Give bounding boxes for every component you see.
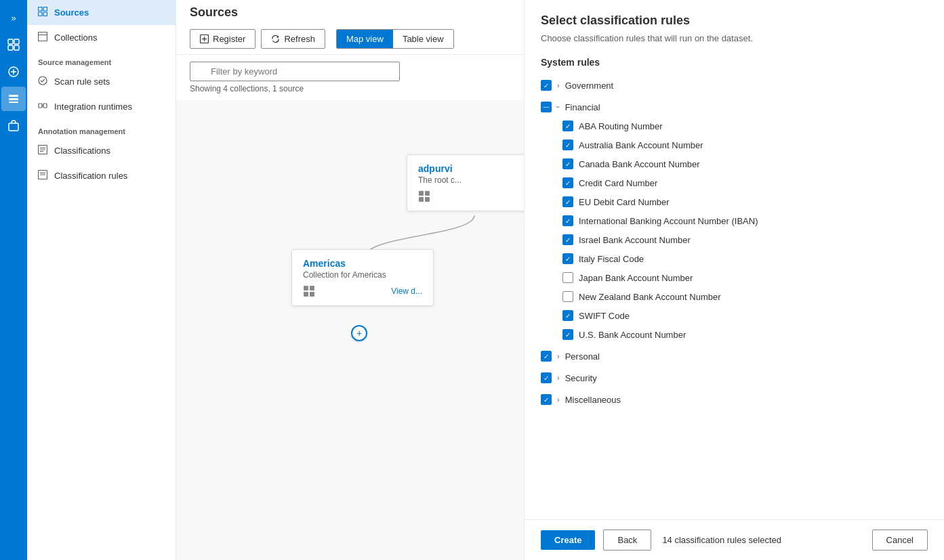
rule-label-miscellaneous: Miscellaneous	[565, 395, 621, 405]
checkbox-australia[interactable]	[562, 139, 573, 150]
catalog-rail-icon[interactable]	[1, 60, 26, 84]
rule-group-header-government[interactable]: › Government	[541, 76, 928, 95]
sidebar-item-sources[interactable]: Sources	[27, 0, 176, 25]
checkbox-financial[interactable]	[541, 102, 552, 112]
grid-icon	[418, 190, 430, 202]
main-content: Sources Register Refresh Map view Table …	[176, 0, 524, 560]
briefcase-rail-icon[interactable]	[1, 114, 26, 138]
back-button[interactable]: Back	[603, 530, 651, 551]
sidebar-item-integration-runtimes[interactable]: Integration runtimes	[27, 94, 176, 119]
create-button[interactable]: Create	[541, 530, 595, 550]
rule-group-header-miscellaneous[interactable]: › Miscellaneous	[541, 390, 928, 409]
checkbox-aba[interactable]	[562, 121, 573, 131]
sidebar-item-classification-rules[interactable]: Classification rules	[27, 163, 176, 188]
svg-rect-19	[43, 104, 47, 108]
checkbox-italy[interactable]	[562, 253, 573, 264]
rule-item-eu-debit: EU Debit Card Number	[541, 192, 928, 211]
checkbox-canada[interactable]	[562, 158, 573, 169]
sidebar-collections-label: Collections	[54, 33, 98, 43]
sources-rail-icon[interactable]	[1, 33, 26, 57]
expand-icon[interactable]: »	[1, 5, 26, 30]
chevron-financial: ›	[554, 106, 562, 108]
sidebar-integration-label: Integration runtimes	[54, 102, 132, 112]
rule-item-us-bank: U.S. Bank Account Number	[541, 325, 928, 344]
rule-item-canada: Canada Bank Account Number	[541, 154, 928, 173]
svg-rect-9	[9, 102, 18, 103]
checkbox-japan[interactable]	[562, 272, 573, 283]
sidebar-sources-label: Sources	[54, 7, 89, 18]
svg-rect-10	[9, 123, 18, 131]
add-collection-button[interactable]: +	[351, 325, 367, 341]
label-credit-card: Credit Card Number	[579, 178, 657, 188]
system-rules-title: System rules	[541, 57, 928, 68]
filter-bar: ⊿ Showing 4 collections, 1 source	[176, 55, 524, 100]
checkbox-nz[interactable]	[562, 291, 573, 302]
rule-group-government: › Government	[541, 76, 928, 95]
refresh-button[interactable]: Refresh	[261, 29, 325, 49]
svg-rect-7	[9, 95, 18, 97]
rule-item-iban: International Banking Account Number (IB…	[541, 211, 928, 230]
label-aba: ABA Routing Number	[579, 121, 663, 131]
card-title-adpurvi: adpurvi	[418, 163, 524, 174]
rule-group-header-financial[interactable]: › Financial	[541, 98, 928, 116]
checkbox-government[interactable]	[541, 80, 552, 91]
refresh-icon	[271, 35, 280, 43]
register-button[interactable]: Register	[190, 29, 255, 49]
map-view-button[interactable]: Map view	[337, 30, 393, 48]
label-canada: Canada Bank Account Number	[579, 159, 700, 169]
rule-item-nz: New Zealand Bank Account Number	[541, 287, 928, 306]
panel-subtitle: Choose classification rules that will ru…	[541, 33, 928, 43]
checkbox-security[interactable]	[541, 372, 552, 383]
source-management-label: Source management	[27, 50, 176, 69]
card-icons-adpurvi	[418, 190, 524, 202]
checkbox-personal[interactable]	[541, 351, 552, 362]
svg-rect-2	[8, 45, 13, 50]
filter-input[interactable]	[190, 62, 400, 81]
chevron-miscellaneous: ›	[557, 395, 560, 404]
checkbox-israel[interactable]	[562, 234, 573, 245]
checkbox-us-bank[interactable]	[562, 329, 573, 340]
svg-point-17	[39, 77, 47, 85]
rule-label-financial: Financial	[565, 102, 600, 112]
rule-label-government: Government	[565, 81, 614, 91]
integration-icon	[38, 101, 47, 112]
right-panel: Select classification rules Choose class…	[524, 0, 944, 560]
sidebar-item-scan-rule-sets[interactable]: Scan rule sets	[27, 69, 176, 94]
cancel-button[interactable]: Cancel	[872, 530, 928, 551]
rule-label-security: Security	[565, 373, 597, 383]
view-toggle: Map view Table view	[336, 29, 454, 49]
grid-small-icon	[303, 285, 315, 297]
right-panel-body: Select classification rules Choose class…	[525, 0, 944, 519]
label-israel: Israel Bank Account Number	[579, 235, 691, 245]
register-icon	[200, 35, 209, 43]
rule-group-header-security[interactable]: › Security	[541, 368, 928, 387]
page-title: Sources	[190, 5, 510, 24]
label-australia: Australia Bank Account Number	[579, 140, 703, 150]
sidebar-item-collections[interactable]: Collections	[27, 25, 176, 50]
svg-rect-37	[304, 292, 308, 297]
table-view-button[interactable]: Table view	[393, 30, 453, 48]
rule-group-personal: › Personal	[541, 347, 928, 366]
checkbox-iban[interactable]	[562, 215, 573, 226]
checkbox-eu-debit[interactable]	[562, 196, 573, 207]
card-view-link[interactable]: View d...	[391, 286, 422, 296]
rule-label-personal: Personal	[565, 351, 600, 362]
rule-item-aba: ABA Routing Number	[541, 116, 928, 135]
sidebar: Sources Collections Source management Sc…	[27, 0, 176, 560]
svg-rect-31	[419, 191, 424, 196]
management-rail-icon[interactable]	[1, 87, 26, 111]
checkbox-miscellaneous[interactable]	[541, 394, 552, 405]
card-subtitle-adpurvi: The root c...	[418, 175, 524, 185]
svg-rect-0	[8, 39, 13, 44]
checkbox-swift[interactable]	[562, 310, 573, 321]
rule-group-miscellaneous: › Miscellaneous	[541, 390, 928, 409]
toolbar: Register Refresh Map view Table view	[190, 24, 510, 54]
sidebar-item-classifications[interactable]: Classifications	[27, 138, 176, 163]
rule-group-financial: › Financial ABA Routing Number Australia…	[541, 98, 928, 344]
svg-rect-34	[425, 197, 430, 202]
rule-group-header-personal[interactable]: › Personal	[541, 347, 928, 366]
checkbox-credit-card[interactable]	[562, 177, 573, 188]
page-header: Sources Register Refresh Map view Table …	[176, 0, 524, 55]
label-us-bank: U.S. Bank Account Number	[579, 330, 686, 340]
rule-item-japan: Japan Bank Account Number	[541, 268, 928, 287]
